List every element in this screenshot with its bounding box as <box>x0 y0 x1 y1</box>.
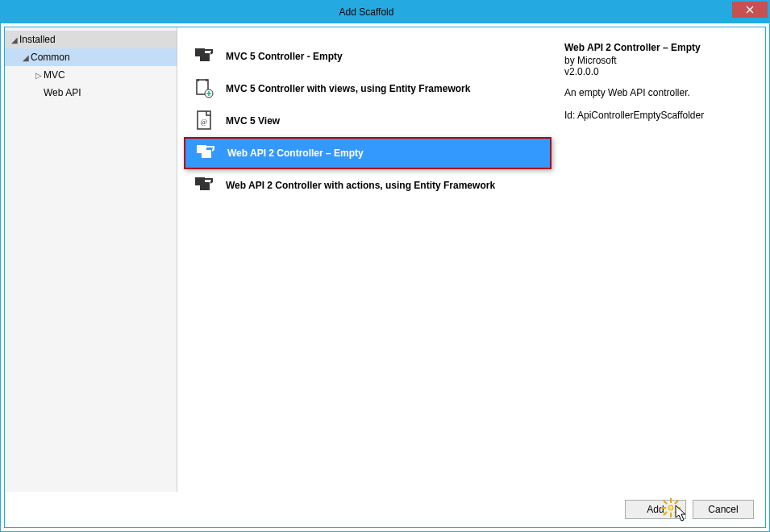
tree-item-webapi[interactable]: Web API <box>5 84 177 102</box>
view-icon: @ <box>194 110 216 132</box>
controller-plus-icon <box>194 77 216 100</box>
scaffold-item-mvc5-controller-ef[interactable]: MVC 5 Controller with views, using Entit… <box>184 73 551 105</box>
tree-item-mvc[interactable]: ▷ MVC <box>5 66 177 84</box>
chevron-down-icon: ◢ <box>10 35 19 44</box>
chevron-down-icon: ◢ <box>21 53 31 62</box>
scaffold-item-webapi2-controller-empty[interactable]: Web API 2 Controller – Empty <box>184 137 551 169</box>
scaffold-item-mvc5-view[interactable]: @ MVC 5 View <box>184 105 551 137</box>
dialog-footer: Add Cancel <box>5 492 765 527</box>
close-icon <box>746 6 754 14</box>
client-area: ◢ Installed ◢ Common ▷ MVC Web API <box>4 27 766 528</box>
scaffold-item-label: MVC 5 Controller - Empty <box>226 51 343 62</box>
controller-icon <box>194 174 216 197</box>
controller-icon <box>194 45 216 68</box>
scaffold-item-label: Web API 2 Controller with actions, using… <box>226 180 495 191</box>
titlebar: Add Scaffold <box>1 1 769 23</box>
svg-rect-1 <box>200 53 210 61</box>
scaffold-list: MVC 5 Controller - Empty MVC 5 Controlle… <box>177 27 558 492</box>
tree-header-installed[interactable]: ◢ Installed <box>5 31 177 48</box>
svg-rect-7 <box>202 150 211 158</box>
chevron-right-icon: ▷ <box>34 71 44 80</box>
tree-item-label: Web API <box>44 87 81 98</box>
cancel-button-label: Cancel <box>708 504 738 515</box>
window-title: Add Scaffold <box>1 6 732 18</box>
add-button[interactable]: Add <box>625 500 686 519</box>
details-panel: Web API 2 Controller – Empty by Microsof… <box>558 27 765 492</box>
scaffold-item-webapi2-controller-ef[interactable]: Web API 2 Controller with actions, using… <box>184 169 551 202</box>
details-description: An empty Web API controller. <box>564 87 755 98</box>
svg-text:@: @ <box>201 118 207 126</box>
svg-rect-9 <box>200 182 210 190</box>
cancel-button[interactable]: Cancel <box>693 500 754 519</box>
tree-item-label: Common <box>31 52 70 63</box>
add-button-label: Add <box>647 504 664 515</box>
details-version: v2.0.0.0 <box>564 66 755 77</box>
tree-item-common[interactable]: ◢ Common <box>5 48 177 66</box>
scaffold-item-label: Web API 2 Controller – Empty <box>227 148 364 159</box>
scaffold-item-label: MVC 5 Controller with views, using Entit… <box>226 83 470 94</box>
content-area: ◢ Installed ◢ Common ▷ MVC Web API <box>5 27 765 492</box>
scaffold-item-mvc5-controller-empty[interactable]: MVC 5 Controller - Empty <box>184 40 551 73</box>
scaffold-item-label: MVC 5 View <box>226 115 280 127</box>
main-area: MVC 5 Controller - Empty MVC 5 Controlle… <box>177 27 765 492</box>
details-title: Web API 2 Controller – Empty <box>564 42 755 53</box>
dialog-window: Add Scaffold ◢ Installed ◢ Common ▷ MVC <box>0 0 770 532</box>
close-button[interactable] <box>732 2 768 18</box>
details-id: Id: ApiControllerEmptyScaffolder <box>564 110 755 121</box>
tree-item-label: MVC <box>44 69 65 81</box>
controller-icon <box>195 142 218 164</box>
details-publisher: by Microsoft <box>564 55 755 66</box>
tree-header-label: Installed <box>19 34 56 45</box>
category-tree: ◢ Installed ◢ Common ▷ MVC Web API <box>5 27 177 492</box>
